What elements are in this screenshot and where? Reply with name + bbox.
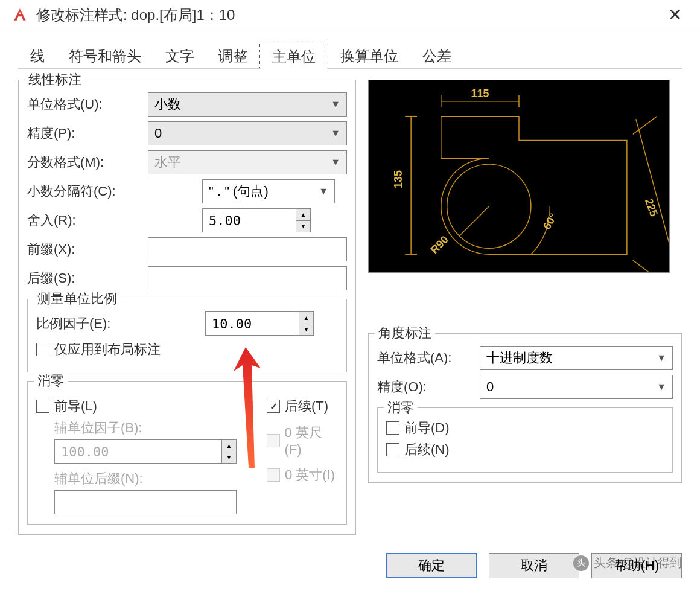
label-leading: 前导(L) <box>54 397 97 415</box>
svg-line-7 <box>633 117 657 135</box>
input-sub-unit-suffix <box>54 490 237 514</box>
legend-ang-suppress: 消零 <box>384 398 418 417</box>
tabs-bar: 线 符号和箭头 文字 调整 主单位 换算单位 公差 <box>18 41 682 69</box>
tab-symbols[interactable]: 符号和箭头 <box>57 42 153 69</box>
svg-text:60°: 60° <box>541 211 559 231</box>
group-zero-suppress: 消零 前导(L) 辅单位因子(B): 100.00 ▲ <box>27 381 347 525</box>
group-linear-dim: 线性标注 单位格式(U): 小数 ▼ 精度(P): 0 ▼ 分数格式(M): 水… <box>18 80 356 535</box>
svg-text:R90: R90 <box>428 234 451 256</box>
svg-text:115: 115 <box>471 88 489 100</box>
spin-down-icon[interactable]: ▼ <box>299 324 313 336</box>
ok-button[interactable]: 确定 <box>386 553 477 578</box>
select-decimal-sep[interactable]: " . " (句点) ▼ <box>202 179 335 203</box>
select-fraction-format: 水平 ▼ <box>148 150 347 174</box>
tab-fit[interactable]: 调整 <box>206 42 259 69</box>
svg-text:135: 135 <box>392 170 404 188</box>
chevron-down-icon: ▼ <box>331 99 340 110</box>
chevron-down-icon: ▼ <box>657 382 666 392</box>
spinner-round[interactable]: 5.00 ▲ ▼ <box>202 208 311 232</box>
checkbox-ang-leading[interactable] <box>386 421 399 435</box>
label-fraction-format: 分数格式(M): <box>27 153 148 171</box>
select-ang-format[interactable]: 十进制度数 ▼ <box>480 346 673 370</box>
select-unit-format[interactable]: 小数 ▼ <box>148 92 347 117</box>
svg-line-8 <box>633 260 657 272</box>
chevron-down-icon: ▼ <box>331 128 340 139</box>
checkbox-inches <box>267 468 280 482</box>
select-ang-precision[interactable]: 0 ▼ <box>480 375 673 399</box>
tab-alt-units[interactable]: 换算单位 <box>328 42 410 69</box>
spin-up-icon[interactable]: ▲ <box>299 312 313 324</box>
checkbox-ang-trailing[interactable] <box>386 443 399 456</box>
group-ang-suppress: 消零 前导(D) 后续(N) <box>377 407 673 473</box>
spinner-sub-unit-factor: 100.00 ▲ ▼ <box>54 439 237 464</box>
checkbox-feet <box>267 434 280 447</box>
label-ang-precision: 精度(O): <box>377 378 480 396</box>
dialog-footer: 确定 取消 帮助(H) <box>0 541 700 590</box>
checkbox-trailing[interactable] <box>267 400 280 413</box>
group-angular-dim: 角度标注 单位格式(A): 十进制度数 ▼ 精度(O): 0 ▼ 消零 <box>368 333 682 483</box>
input-prefix[interactable] <box>148 237 347 261</box>
help-button[interactable]: 帮助(H) <box>591 553 682 578</box>
label-decimal-sep: 小数分隔符(C): <box>27 182 148 200</box>
label-unit-format: 单位格式(U): <box>27 95 148 113</box>
label-feet: 0 英尺(F) <box>285 424 338 458</box>
label-precision: 精度(P): <box>27 124 148 142</box>
spinner-scale-factor[interactable]: 10.00 ▲ ▼ <box>205 311 314 336</box>
checkbox-layout-only[interactable] <box>36 343 49 356</box>
close-button[interactable]: ✕ <box>662 5 688 25</box>
titlebar: 修改标注样式: dop.[布局]1：10 ✕ <box>0 0 700 30</box>
label-suffix: 后缀(S): <box>27 269 148 287</box>
tab-primary-units[interactable]: 主单位 <box>259 42 328 69</box>
label-ang-format: 单位格式(A): <box>377 349 480 367</box>
label-ang-trailing: 后续(N) <box>404 441 450 459</box>
svg-line-9 <box>636 119 669 272</box>
cancel-button[interactable]: 取消 <box>489 553 579 578</box>
preview-pane: 115 135 225 R90 60° <box>368 80 670 273</box>
label-inches: 0 英寸(I) <box>285 466 335 484</box>
label-sub-unit-suffix: 辅单位后缀(N): <box>54 470 237 488</box>
legend-linear: 线性标注 <box>25 71 85 89</box>
spin-down-icon[interactable]: ▼ <box>296 221 310 232</box>
label-sub-unit-factor: 辅单位因子(B): <box>54 419 237 437</box>
input-suffix[interactable] <box>148 266 347 290</box>
chevron-down-icon: ▼ <box>331 157 340 168</box>
checkbox-leading[interactable] <box>36 400 49 413</box>
tab-lines[interactable]: 线 <box>18 42 57 69</box>
spin-up-icon[interactable]: ▲ <box>296 209 310 221</box>
chevron-down-icon: ▼ <box>319 186 328 197</box>
tab-text[interactable]: 文字 <box>153 42 206 69</box>
legend-suppress: 消零 <box>34 372 68 390</box>
label-prefix: 前缀(X): <box>27 240 148 258</box>
label-round: 舍入(R): <box>27 211 148 229</box>
app-icon <box>12 7 28 23</box>
legend-angular: 角度标注 <box>375 324 435 342</box>
label-ang-leading: 前导(D) <box>404 419 450 437</box>
window-title: 修改标注样式: dop.[布局]1：10 <box>36 5 662 25</box>
chevron-down-icon: ▼ <box>657 353 666 363</box>
legend-scale: 测量单位比例 <box>34 290 121 308</box>
label-trailing: 后续(T) <box>285 397 328 415</box>
select-precision[interactable]: 0 ▼ <box>148 121 347 145</box>
group-measurement-scale: 测量单位比例 比例因子(E): 10.00 ▲ ▼ 仅应用到布局标注 <box>27 299 347 372</box>
spin-down-icon: ▼ <box>222 452 236 464</box>
spin-up-icon: ▲ <box>222 440 236 452</box>
label-layout-only: 仅应用到布局标注 <box>54 340 161 359</box>
svg-line-10 <box>459 206 489 237</box>
tab-tolerances[interactable]: 公差 <box>410 42 463 69</box>
label-scale-factor: 比例因子(E): <box>36 315 205 333</box>
